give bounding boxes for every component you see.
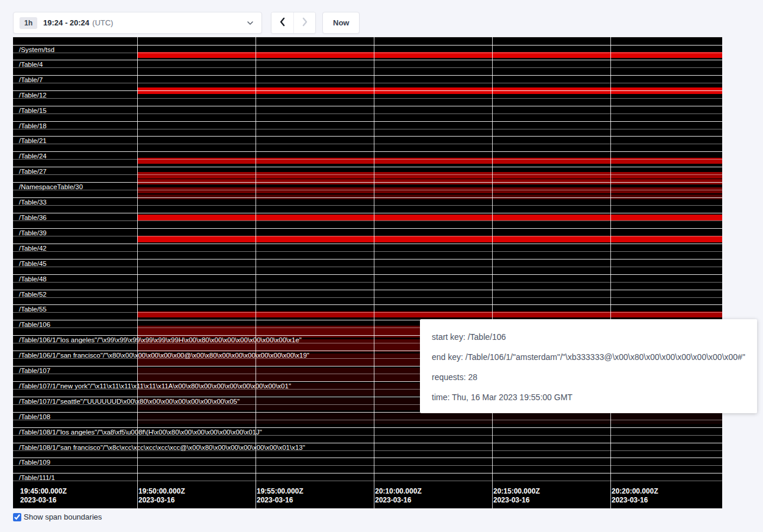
span-boundary-line [13,167,722,167]
span-label: /Table/107 [19,367,50,375]
time-nav-buttons [271,12,316,34]
span-boundary-line [13,190,722,190]
span-boundary-line [13,136,722,137]
span-label: /Table/48 [19,275,47,283]
time-range-label: 19:24 - 20:24 [43,18,89,27]
span-boundary-line [13,481,722,481]
axis-tick: 20:10:00.000Z2023-03-16 [375,487,422,505]
span-boundary-line [13,443,722,443]
chevron-left-icon [279,17,287,28]
column-boundary-line [374,37,374,508]
span-boundary-line [13,244,722,244]
span-label: /Table/108/1/"los angeles"/"\xa8\xf5\u00… [19,429,262,436]
show-span-boundaries-label: Show span boundaries [24,512,102,521]
span-boundary-line [13,427,722,428]
heatmap-band[interactable] [137,172,722,179]
span-boundary-line [13,90,722,91]
span-label: /Table/39 [19,229,47,237]
show-span-boundaries-checkbox[interactable] [13,513,21,521]
span-boundary-line [13,213,722,213]
span-boundary-line [13,121,722,122]
span-boundary-line [13,151,722,152]
axis-tick: 20:20:00.000Z2023-03-16 [612,487,658,505]
span-label: /Table/4 [19,61,43,69]
span-label: /Table/106 [19,321,50,329]
heatmap-band[interactable] [137,412,722,424]
heatmap-canvas[interactable]: /System/tsd/Table/4/Table/7/Table/12/Tab… [13,37,722,508]
span-boundary-line [13,251,722,252]
column-boundary-line [256,37,256,508]
span-label: /Table/42 [19,245,47,252]
heatmap-band[interactable] [137,187,722,193]
axis-tick: 20:15:00.000Z2023-03-16 [493,487,540,505]
span-label: /Table/111/1 [19,474,55,482]
column-boundary-line [610,37,611,508]
show-span-boundaries-option: Show span boundaries [13,512,102,521]
heatmap-band[interactable] [137,215,722,220]
axis-date-label: 2023-03-16 [257,496,303,505]
span-boundary-line [13,37,722,37]
span-label: /Table/18 [19,122,47,130]
span-boundary-line [13,53,722,53]
span-boundary-line [13,274,722,275]
axis-time-label: 20:20:00.000Z [612,487,658,496]
span-label: /Table/55 [19,306,47,313]
span-label: /Table/52 [19,291,47,299]
span-boundary-line [13,290,722,290]
axis-time-label: 20:15:00.000Z [493,487,540,496]
tooltip-line: time: Thu, 16 Mar 2023 19:55:00 GMT [432,391,745,403]
axis-tick: 19:55:00.000Z2023-03-16 [257,487,303,505]
time-range-selector[interactable]: 1h 19:24 - 20:24 (UTC) [13,12,262,34]
span-label: /Table/12 [19,92,47,99]
axis-date-label: 2023-03-16 [375,496,422,505]
span-boundary-line [13,228,722,229]
heatmap-band[interactable] [137,236,722,242]
span-label: /Table/108/1/"san francisco"/"\x8c\xcc\x… [19,444,305,452]
heatmap-band[interactable] [137,194,722,199]
axis-time-label: 19:45:00.000Z [20,487,67,496]
span-boundary-line [13,159,722,160]
axis-date-label: 2023-03-16 [20,496,67,505]
span-boundary-line [13,182,722,183]
next-time-button[interactable] [293,12,315,33]
axis-tick: 19:50:00.000Z2023-03-16 [138,487,185,505]
axis-date-label: 2023-03-16 [138,496,185,505]
span-label: /Table/106/1/"los angeles"/"\x99\x99\x99… [19,336,302,344]
chevron-down-icon [246,19,254,27]
span-boundary-line [13,197,722,198]
span-boundary-line [13,60,722,60]
span-boundary-line [13,129,722,129]
timezone-label: (UTC) [92,18,113,27]
span-boundary-line [13,304,722,305]
span-label: /System/tsd [19,46,54,54]
span-boundary-line [13,236,722,236]
span-boundary-line [13,106,722,106]
column-boundary-line [137,37,138,508]
span-label: /Table/27 [19,168,47,176]
span-label: /Table/36 [19,214,47,222]
span-boundary-line [13,282,722,283]
span-label: /Table/33 [19,199,47,206]
chevron-right-icon [300,17,309,28]
span-boundary-line [13,45,722,46]
axis-date-label: 2023-03-16 [612,496,658,505]
span-boundary-line [13,259,722,259]
axis-date-label: 2023-03-16 [493,496,540,505]
span-boundary-line [13,420,722,420]
span-label: /Table/107/1/"new york"/"\x11\x11\x11\x1… [19,382,291,390]
tooltip-line: end key: /Table/106/1/"amsterdam"/"\xb33… [432,351,745,363]
span-label: /Table/21 [19,137,47,145]
axis-time-label: 19:50:00.000Z [138,487,185,496]
span-boundary-line [13,174,722,175]
tooltip-line: requests: 28 [432,371,745,383]
span-label: /Table/15 [19,107,47,115]
span-boundary-line [13,458,722,458]
time-window-badge: 1h [20,17,37,29]
now-button[interactable]: Now [322,12,360,34]
axis-tick: 19:45:00.000Z2023-03-16 [20,487,67,505]
prev-time-button[interactable] [271,12,293,33]
span-boundary-line [13,113,722,114]
span-label: /Table/108 [19,413,50,421]
span-boundary-line [13,465,722,466]
span-label: /Table/45 [19,260,47,268]
